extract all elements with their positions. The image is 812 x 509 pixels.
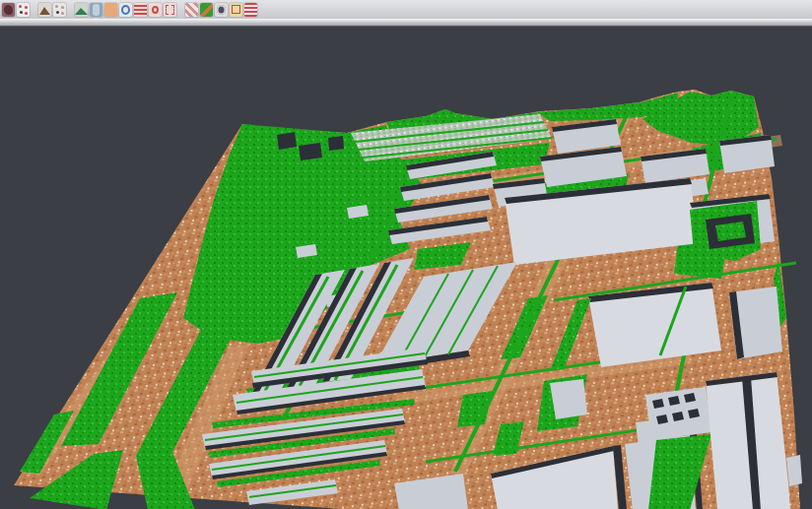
mesh-icon[interactable] (2, 3, 15, 17)
contour-lines-icon[interactable] (134, 3, 147, 17)
building-shadow (328, 136, 344, 151)
application-window (0, 0, 812, 509)
dem-icon[interactable] (75, 3, 88, 17)
terrain-icon[interactable] (38, 3, 51, 17)
orthophoto-icon[interactable] (104, 3, 117, 17)
grid-icon[interactable] (185, 3, 198, 17)
toolbar (0, 0, 812, 19)
toolbar-separator (68, 9, 73, 10)
building-shadow (277, 132, 297, 150)
toolbar-separator (178, 9, 183, 10)
toolbar-separator (32, 9, 36, 10)
3d-viewport[interactable] (0, 27, 812, 509)
building-shadow (299, 143, 322, 160)
selection-icon[interactable] (164, 3, 176, 17)
export-icon[interactable] (230, 3, 242, 17)
wheel-icon[interactable] (215, 3, 228, 17)
layers-icon[interactable] (244, 3, 257, 17)
classified-mesh-scene[interactable] (0, 27, 812, 509)
column-icon[interactable] (90, 3, 102, 17)
building-roof (550, 379, 587, 419)
points-icon[interactable] (53, 3, 66, 17)
globe-icon[interactable] (119, 3, 132, 17)
classification-map-icon[interactable] (200, 3, 213, 17)
classify-points-icon[interactable] (17, 3, 30, 17)
target-icon[interactable] (149, 3, 162, 17)
toolbar-divider (0, 19, 812, 27)
